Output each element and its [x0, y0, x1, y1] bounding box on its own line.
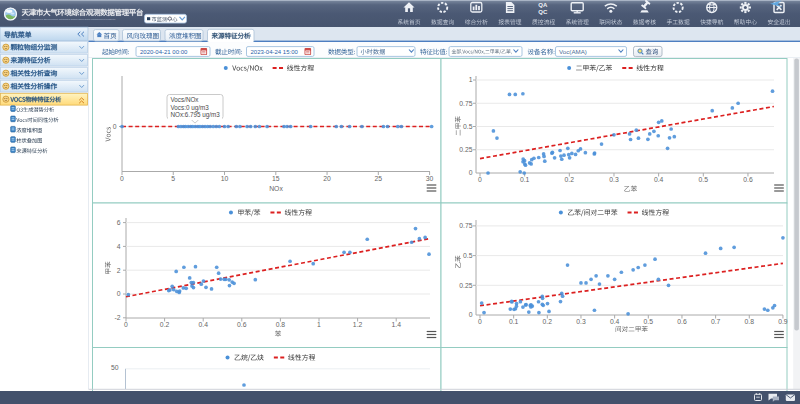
svg-text:0.6: 0.6: [743, 176, 753, 183]
svg-text:0.8: 0.8: [276, 321, 286, 328]
svg-text:QC: QC: [538, 9, 548, 15]
svg-text:Tianjin Atmospheric Environmen: Tianjin Atmospheric Environment Integrat…: [22, 18, 116, 21]
svg-text:0.25: 0.25: [459, 146, 472, 153]
svg-text:1.4: 1.4: [391, 321, 401, 328]
svg-text:0.4: 0.4: [610, 318, 620, 325]
svg-text:0.4: 0.4: [198, 321, 208, 328]
svg-text:20: 20: [323, 175, 331, 182]
svg-text:×: ×: [113, 32, 117, 39]
svg-text:0.3: 0.3: [609, 176, 619, 183]
svg-text:0.3: 0.3: [576, 318, 586, 325]
svg-text:Voc(AMA): Voc(AMA): [559, 48, 587, 55]
svg-text:0.6: 0.6: [677, 318, 687, 325]
svg-text:0.5: 0.5: [699, 176, 709, 183]
svg-text:2: 2: [117, 267, 121, 274]
svg-text:0: 0: [478, 176, 482, 183]
svg-text:0.5: 0.5: [463, 123, 473, 130]
svg-text:0.8: 0.8: [745, 318, 755, 325]
svg-text:0.25: 0.25: [459, 282, 472, 289]
svg-text:-2: -2: [114, 314, 120, 321]
svg-text:0.2: 0.2: [543, 318, 553, 325]
svg-text:NOx: NOx: [269, 185, 283, 192]
svg-text:15: 15: [272, 175, 280, 182]
svg-text:1: 1: [317, 321, 321, 328]
svg-text:0.75: 0.75: [459, 222, 472, 229]
svg-text:0.5: 0.5: [644, 318, 654, 325]
svg-text:0.1: 0.1: [509, 318, 519, 325]
svg-text:0.5: 0.5: [463, 252, 473, 259]
svg-text:Vocs/NOx: Vocs/NOx: [171, 96, 200, 103]
svg-text:QA: QA: [538, 2, 548, 8]
svg-text:0.6: 0.6: [237, 321, 247, 328]
svg-text:×: ×: [248, 32, 252, 39]
svg-text:0.2: 0.2: [160, 321, 170, 328]
svg-text:×: ×: [154, 32, 158, 39]
svg-text:10: 10: [221, 175, 229, 182]
svg-text:0.1: 0.1: [520, 176, 530, 183]
svg-text:0: 0: [120, 175, 124, 182]
svg-text:2020-04-21 00:00: 2020-04-21 00:00: [140, 49, 188, 55]
svg-text:0: 0: [113, 123, 117, 130]
svg-text:0.4: 0.4: [654, 176, 664, 183]
svg-text:0: 0: [469, 311, 473, 318]
svg-text:5: 5: [171, 175, 175, 182]
svg-text:NOx:6.795 ug/m3: NOx:6.795 ug/m3: [171, 111, 221, 119]
svg-text:6: 6: [117, 219, 121, 226]
svg-text:0.7: 0.7: [711, 318, 721, 325]
svg-text:2023-04-24 15:00: 2023-04-24 15:00: [251, 49, 299, 55]
svg-text:0.2: 0.2: [565, 176, 575, 183]
svg-text:0.75: 0.75: [459, 100, 472, 107]
svg-text:0: 0: [117, 290, 121, 297]
svg-text:×: ×: [197, 32, 201, 39]
svg-text:25: 25: [375, 175, 383, 182]
svg-text:30: 30: [426, 175, 434, 182]
svg-text:1.2: 1.2: [353, 321, 363, 328]
svg-text:0: 0: [469, 169, 473, 176]
svg-text:50: 50: [111, 364, 119, 371]
svg-text:4: 4: [117, 243, 121, 250]
svg-text:0.9: 0.9: [778, 318, 788, 325]
svg-text:1: 1: [469, 76, 473, 83]
svg-text:0: 0: [124, 321, 128, 328]
svg-text:0: 0: [478, 318, 482, 325]
